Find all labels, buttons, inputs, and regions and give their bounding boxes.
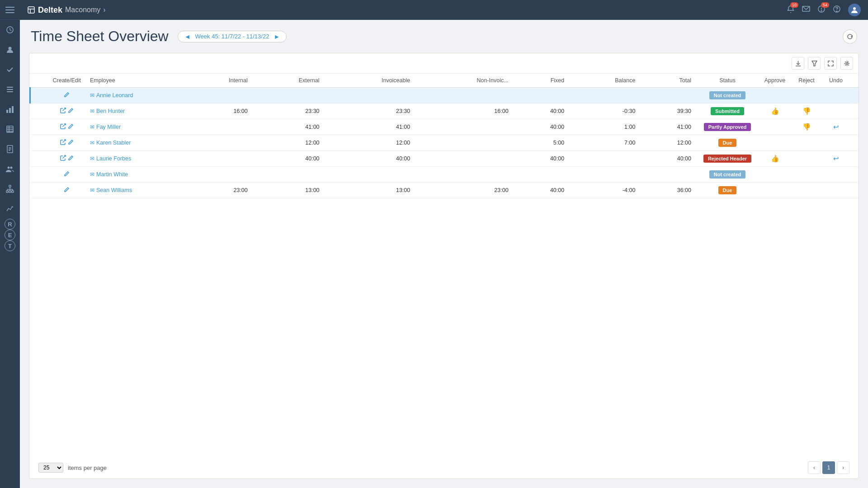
sidebar-item-user[interactable]: [0, 40, 20, 60]
table-container: Create/Edit Employee Internal External I…: [29, 53, 859, 479]
total-cell: 39:30: [640, 103, 696, 119]
external-link-icon[interactable]: [60, 140, 68, 146]
sidebar-item-t[interactable]: T: [5, 240, 15, 251]
status-cell: Not created: [696, 88, 759, 103]
row-select-cell[interactable]: [30, 183, 48, 198]
status-badge: Partly Approved: [704, 123, 751, 131]
employee-link[interactable]: Fay Miller: [96, 124, 121, 130]
row-actions-cell: [48, 103, 86, 119]
sidebar-item-people[interactable]: [0, 159, 20, 179]
help-button[interactable]: [833, 5, 841, 15]
approve-button[interactable]: 👍: [771, 107, 779, 115]
approve-cell: [759, 167, 791, 183]
undo-button[interactable]: ↩: [833, 123, 839, 131]
alerts-badge: 54: [821, 2, 829, 8]
external-link-icon[interactable]: [60, 124, 68, 131]
edit-icon[interactable]: [64, 93, 70, 99]
edit-icon[interactable]: [68, 108, 74, 115]
sidebar-menu-button[interactable]: [0, 0, 20, 20]
sidebar-item-check[interactable]: [0, 60, 20, 80]
app-logo[interactable]: Deltek Maconomy ›: [27, 5, 787, 15]
employee-cell: ✉Ben Hunter: [85, 103, 185, 119]
col-external: External: [252, 74, 324, 88]
employee-link[interactable]: Ben Hunter: [96, 108, 125, 114]
row-select-cell[interactable]: [30, 88, 48, 103]
row-select-cell[interactable]: [30, 151, 48, 167]
svg-rect-1: [5, 9, 14, 10]
edit-icon[interactable]: [68, 140, 74, 146]
svg-rect-8: [7, 89, 13, 90]
row-select-cell[interactable]: [30, 167, 48, 183]
employee-link[interactable]: Sean Williams: [96, 187, 132, 193]
row-select-cell[interactable]: [30, 119, 48, 135]
table-row[interactable]: ✉Karen Stabler12:0012:005:007:0012:00Due: [30, 135, 859, 151]
page-1-button[interactable]: 1: [822, 461, 835, 474]
table-row[interactable]: ✉Annie LeonardNot created: [30, 88, 859, 103]
table-scroll-area[interactable]: Create/Edit Employee Internal External I…: [29, 74, 859, 457]
edit-icon[interactable]: [68, 124, 74, 131]
row-select-cell[interactable]: [30, 103, 48, 119]
external-link-icon[interactable]: [60, 156, 68, 162]
user-avatar[interactable]: [848, 4, 861, 16]
employee-link[interactable]: Laurie Forbes: [96, 155, 131, 162]
week-next-button[interactable]: ►: [274, 33, 280, 40]
filter-button[interactable]: [808, 57, 821, 70]
col-internal: Internal: [185, 74, 252, 88]
settings-button[interactable]: [840, 57, 853, 70]
sidebar-item-analytics[interactable]: [0, 199, 20, 219]
sidebar-item-list[interactable]: [0, 80, 20, 99]
status-cell: Partly Approved: [696, 119, 759, 135]
svg-rect-2: [5, 12, 14, 13]
table-header: Create/Edit Employee Internal External I…: [30, 74, 859, 88]
table-row[interactable]: ✉Sean Williams23:0013:0013:0023:0040:00-…: [30, 183, 859, 198]
reject-button[interactable]: 👎: [802, 107, 811, 115]
employee-link[interactable]: Karen Stabler: [96, 140, 131, 146]
page-next-button[interactable]: ›: [837, 461, 849, 474]
approve-button[interactable]: 👍: [771, 155, 779, 162]
page-prev-button[interactable]: ‹: [808, 461, 821, 474]
download-button[interactable]: [792, 57, 804, 70]
invoiceable-cell: [324, 88, 415, 103]
employee-link[interactable]: Martin White: [96, 171, 128, 178]
sidebar-item-time[interactable]: [0, 20, 20, 40]
reject-cell: 👎: [791, 103, 822, 119]
sidebar-item-document[interactable]: [0, 139, 20, 159]
sidebar-item-e[interactable]: E: [5, 230, 15, 240]
table-row[interactable]: ✉Martin WhiteNot created: [30, 167, 859, 183]
total-cell: 36:00: [640, 183, 696, 198]
sidebar-item-r[interactable]: R: [5, 219, 15, 230]
table-row[interactable]: ✉Ben Hunter16:0023:3023:3016:0040:00-0:3…: [30, 103, 859, 119]
fullscreen-button[interactable]: [824, 57, 837, 70]
row-select-cell[interactable]: [30, 135, 48, 151]
alerts-button[interactable]: 54: [817, 5, 826, 15]
sidebar-item-table[interactable]: [0, 119, 20, 139]
fixed-cell: [513, 167, 569, 183]
reject-cell: [791, 151, 822, 167]
table-row[interactable]: ✉Laurie Forbes40:0040:0040:0040:00Reject…: [30, 151, 859, 167]
non_invoiceable-cell: [415, 167, 513, 183]
external-link-icon[interactable]: [60, 108, 68, 115]
invoiceable-cell: 12:00: [324, 135, 415, 151]
svg-line-5: [10, 30, 11, 31]
balance-cell: -4:00: [569, 183, 640, 198]
notifications-button[interactable]: 10: [787, 5, 795, 15]
table-row[interactable]: ✉Fay Miller41:0041:0040:001:0041:00Partl…: [30, 119, 859, 135]
edit-icon[interactable]: [64, 188, 70, 194]
per-page-select[interactable]: 25 50 100: [38, 463, 63, 473]
svg-line-48: [62, 108, 66, 111]
messages-button[interactable]: [802, 5, 810, 15]
sidebar-item-org[interactable]: [0, 179, 20, 199]
week-prev-button[interactable]: ◄: [184, 33, 191, 40]
row-actions-cell: [48, 135, 86, 151]
undo-button[interactable]: ↩: [833, 155, 839, 162]
svg-rect-25: [6, 191, 8, 192]
week-selector[interactable]: ◄ Week 45: 11/7/22 - 11/13/22 ►: [178, 31, 287, 42]
edit-icon[interactable]: [68, 156, 74, 162]
sidebar-item-chart[interactable]: [0, 99, 20, 119]
spacer-cell: [849, 183, 859, 198]
internal-cell: [185, 119, 252, 135]
reject-button[interactable]: 👎: [802, 123, 811, 131]
refresh-button[interactable]: [843, 29, 857, 44]
employee-link[interactable]: Annie Leonard: [96, 92, 133, 99]
edit-icon[interactable]: [64, 172, 70, 178]
